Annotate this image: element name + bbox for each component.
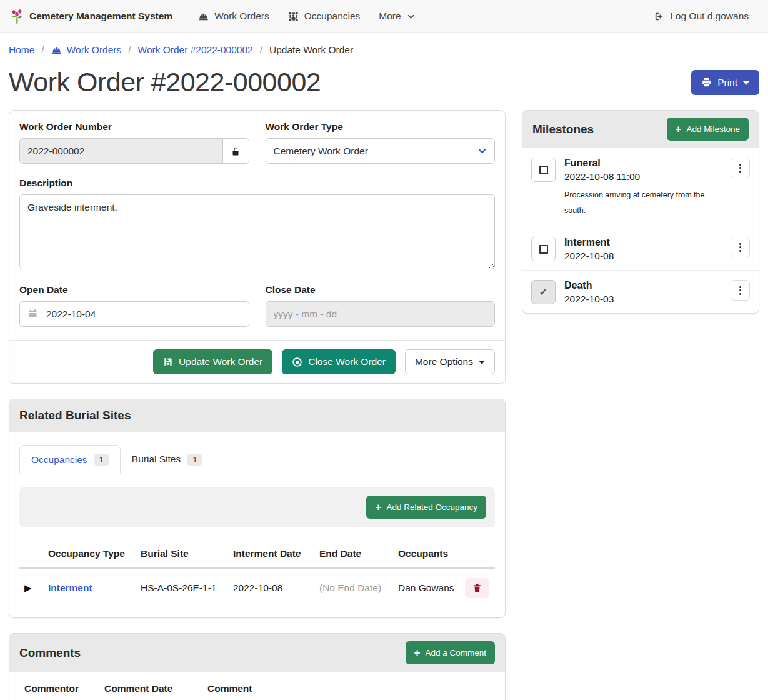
milestone-menu-button[interactable] [731,158,750,178]
milestone-checkbox[interactable]: ✓ [531,237,556,261]
related-burial-sites-title: Related Burial Sites [19,409,131,422]
trash-icon [472,583,482,593]
col-occupants: Occupants [393,540,460,568]
description-label: Description [19,178,495,189]
burial-site-cell: HS-A-0S-26E-1-1 [136,568,228,608]
breadcrumb-home[interactable]: Home [9,44,34,56]
plus-icon: + [414,648,421,658]
work-order-number-field: 2022-000002 [19,138,222,164]
nav-item-more[interactable]: More [369,6,424,27]
milestone-menu-button[interactable] [731,280,750,301]
save-icon [163,357,173,367]
tab-occupancies[interactable]: Occupancies 1 [19,445,121,474]
occupants-cell: Dan Gowans [393,568,460,608]
breadcrumb-current: Update Work Order [269,44,353,56]
open-date-input[interactable] [19,301,249,327]
page-title: Work Order #2022-000002 [9,67,321,98]
milestone-date: 2022-10-08 11:00 [564,171,722,182]
hard-hat-icon [51,45,62,56]
update-work-order-button[interactable]: Update Work Order [153,349,272,374]
logout-icon [654,11,664,22]
close-date-label: Close Date [266,284,496,296]
add-comment-button[interactable]: + Add a Comment [406,641,495,664]
chevron-down-icon [407,12,415,21]
occupancies-table: Occupancy Type Burial Site Interment Dat… [19,540,495,608]
add-milestone-button[interactable]: + Add Milestone [667,118,749,141]
breadcrumb-work-orders[interactable]: Work Orders [51,44,122,56]
comments-card: Comments + Add a Comment Commentor Comme… [9,633,506,700]
plus-icon: + [375,502,381,512]
comments-table: Commentor Comment Date Comment d.gowans … [19,675,495,700]
calendar-icon [27,308,38,319]
milestone-item: ✓ Death 2022-10-03 [522,271,759,313]
col-burial-site: Burial Site [136,540,228,568]
add-related-occupancy-button[interactable]: + Add Related Occupancy [366,496,486,519]
chevron-down-icon [477,146,487,156]
plus-icon: + [676,124,682,134]
milestone-title: Death [564,280,722,291]
nav-links: Work Orders Occupancies More [189,6,424,27]
end-date-cell: (No End Date) [314,568,393,608]
work-order-number-label: Work Order Number [19,121,249,132]
caret-down-icon [743,81,749,85]
breadcrumb-work-order-number[interactable]: Work Order #2022-000002 [138,44,253,56]
stop-circle-icon [292,357,302,368]
description-textarea[interactable]: Graveside interment. [19,194,495,269]
occupancy-row: ▶ Interment HS-A-0S-26E-1-1 2022-10-08 (… [19,568,495,608]
col-interment-date: Interment Date [228,540,314,568]
hard-hat-icon [198,11,209,22]
lock-open-icon [230,146,241,157]
col-end-date: End Date [314,540,393,568]
col-comment: Comment [202,675,409,700]
work-order-form-card: Work Order Number 2022-000002 [9,110,506,384]
milestone-item: ✓ Funeral 2022-10-08 11:00 Procession ar… [522,148,759,228]
col-comment-date: Comment Date [99,675,202,700]
related-burial-sites-card: Related Burial Sites Occupancies 1 Buria… [9,399,506,618]
form-actions: Update Work Order Close Work Order More … [9,340,505,383]
related-tabs: Occupancies 1 Burial Sites 1 [19,445,495,474]
breadcrumb: Home / Work Orders / Work Order #2022-00… [0,33,768,59]
close-work-order-button[interactable]: Close Work Order [282,349,396,374]
unlock-button[interactable] [222,138,249,164]
milestone-date: 2022-10-08 [564,251,722,262]
delete-occupancy-button[interactable] [465,578,489,598]
col-occupancy-type: Occupancy Type [43,540,136,568]
close-date-input[interactable] [266,301,496,327]
interment-date-cell: 2022-10-08 [228,568,314,608]
occupancies-toolbar: + Add Related Occupancy [19,487,495,528]
printer-icon [701,77,712,88]
milestone-checkbox[interactable]: ✓ [531,158,556,182]
occupancies-count-badge: 1 [94,454,109,466]
caret-down-icon [479,361,485,364]
comments-title: Comments [19,646,81,660]
print-button[interactable]: Print [691,70,759,95]
nav-item-occupancies[interactable]: Occupancies [279,6,370,27]
expand-row-icon[interactable]: ▶ [19,568,43,608]
tulip-logo-icon [10,8,24,24]
occupant-frame-icon [288,11,299,22]
milestone-item: ✓ Interment 2022-10-08 [522,228,759,271]
milestone-date: 2022-10-03 [564,294,722,305]
open-date-label: Open Date [19,284,249,296]
milestone-title: Interment [564,237,722,248]
app-title: Cemetery Management System [29,11,172,22]
top-navbar: Cemetery Management System Work Orders [0,0,768,33]
milestone-description: Procession arriving at cemetery from the… [564,188,708,219]
nav-item-work-orders[interactable]: Work Orders [189,6,279,27]
milestones-card: Milestones + Add Milestone ✓ Funeral 202… [522,110,759,314]
milestones-title: Milestones [532,122,594,136]
milestone-menu-button[interactable] [731,237,750,258]
milestone-title: Funeral [564,158,722,169]
app-brand[interactable]: Cemetery Management System [10,8,172,24]
logout-link[interactable]: Log Out d.gowans [644,6,758,27]
burial-sites-count-badge: 1 [187,454,202,466]
occupancy-type-link[interactable]: Interment [48,582,92,593]
more-options-button[interactable]: More Options [405,349,495,374]
tab-burial-sites[interactable]: Burial Sites 1 [121,445,214,474]
col-commentor: Commentor [19,675,99,700]
milestone-checkbox[interactable]: ✓ [531,280,556,304]
work-order-type-label: Work Order Type [266,121,496,132]
work-order-type-select[interactable]: Cemetery Work Order [266,138,496,164]
